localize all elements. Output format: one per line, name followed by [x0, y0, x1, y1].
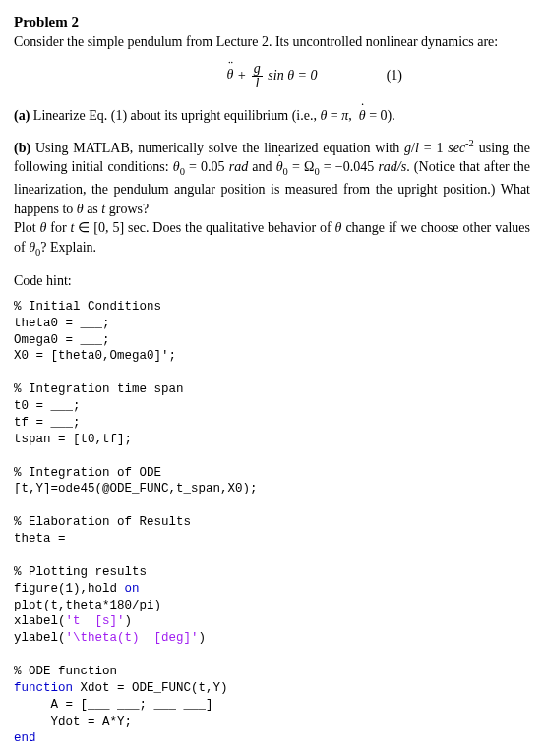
part-a-label: (a) [14, 108, 30, 123]
equation-number: (1) [387, 66, 402, 86]
equation-row: θ + gl sin θ = 0 (1) [14, 62, 530, 90]
part-b-label: (b) [14, 141, 30, 155]
code-hint-label: Code hint: [14, 271, 530, 291]
equation-body: θ + gl sin θ = 0 [226, 62, 317, 90]
part-a-before: Linearize Eq. (1) about its upright equi… [33, 108, 321, 123]
part-a-after: ). [388, 108, 395, 123]
intro-text: Consider the simple pendulum from Lectur… [14, 32, 530, 52]
part-a: (a) Linearize Eq. (1) about its upright … [14, 106, 530, 126]
problem-title: Problem 2 [14, 12, 530, 32]
part-b: (b) Using MATLAB, numerically solve the … [14, 137, 530, 260]
code-block: % Initial Conditions theta0 = ___; Omega… [14, 299, 530, 747]
